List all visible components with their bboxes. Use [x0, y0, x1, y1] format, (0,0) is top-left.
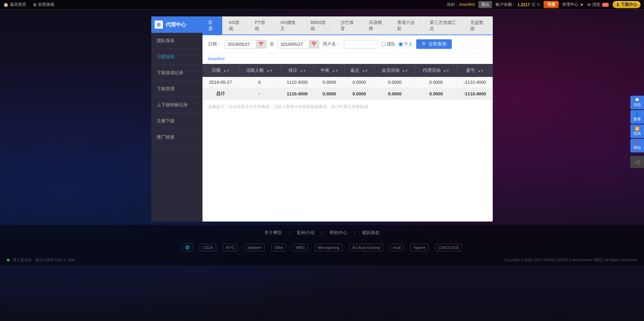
scope-radio-group: 团队 个人	[381, 41, 413, 47]
chevron-down-icon: ▼	[580, 2, 584, 7]
col-active: 活跃人数 ▲▼	[239, 64, 280, 77]
sort-icon-member-activity[interactable]: ▲▼	[402, 69, 408, 72]
cell-rebate: 0.0000	[344, 77, 374, 88]
sidebar-header: ⊞ 代理中心	[151, 16, 202, 33]
recharge-button[interactable]: 充值	[544, 1, 559, 8]
sort-icon-rebate[interactable]: ▲▼	[362, 69, 368, 72]
report-table: 日期 ▲▼ 活跃人数 ▲▼ 投注 ▲▼ 中奖 ▲	[202, 64, 493, 100]
individual-radio[interactable]	[398, 42, 403, 46]
widget-line[interactable]: 📶 线路	[630, 124, 644, 138]
col-bet: 投注 ▲▼	[280, 64, 314, 77]
sort-icon-active[interactable]: ▲▼	[267, 69, 273, 72]
refresh-icon[interactable]: ↻	[537, 2, 540, 7]
col-rebate: 返点 ▲▼	[344, 64, 374, 77]
sort-icon-win[interactable]: ▲▼	[332, 69, 338, 72]
cell-profit-loss: -1110.4000	[457, 77, 493, 88]
widget-message[interactable]: 💬 消息	[630, 96, 644, 109]
footer-link-rules[interactable]: 规则条款	[355, 230, 387, 236]
balance-area: 账户余额： 1.2217 元 ↻	[495, 2, 540, 8]
logo-ag: AG Asia Gaming	[349, 244, 383, 251]
all-games-label: 全部游戏	[38, 2, 54, 8]
date-from-calendar-button[interactable]: 📅	[256, 40, 266, 48]
tab-saba-sports[interactable]: 沙巴体育	[335, 16, 362, 35]
sort-icon-date[interactable]: ▲▼	[223, 69, 229, 72]
home-label: 返回首页	[10, 2, 26, 8]
team-radio-item[interactable]: 团队	[381, 41, 396, 47]
individual-radio-item[interactable]: 个人	[398, 41, 413, 47]
date-to-input[interactable]	[278, 40, 309, 48]
sidebar-item-sub-game-records[interactable]: 下级游戏记录	[151, 65, 202, 81]
team-label: 团队	[387, 41, 396, 47]
sidebar: ⊞ 代理中心 团队报表 日度报表 下级游戏记录 下级管理 上下级转账记录	[151, 16, 202, 222]
total-active: -	[239, 88, 280, 100]
notice-text: 温馨提示：仅保留最近35天的数据；活跃人数每小时获取最新数据，按小时整点更新数据	[202, 100, 493, 114]
widget-help[interactable]: ❓ 帮助	[630, 139, 644, 152]
tab-chess-games[interactable]: 乐游棋牌	[363, 16, 391, 35]
username-filter-input[interactable]	[344, 40, 378, 49]
filter-row: 日期： 📅 至 📅 用户名： 团队	[202, 35, 493, 53]
admin-center-link[interactable]: 管理中心 ▼	[562, 2, 584, 8]
collapse-widgets-button[interactable]: ◁	[630, 156, 644, 168]
download-button[interactable]: ⬇ 下载中心	[613, 1, 641, 8]
sidebar-item-sub-management[interactable]: 下级管理	[151, 81, 202, 97]
tab-deposit-data[interactable]: 充提数据	[464, 16, 492, 35]
sidebar-menu: 团队报表 日度报表 下级游戏记录 下级管理 上下级转账记录 注册下级	[151, 33, 202, 145]
home-icon: 🏠	[3, 2, 9, 7]
table-header: 日期 ▲▼ 活跃人数 ▲▼ 投注 ▲▼ 中奖 ▲	[202, 64, 493, 77]
username-filter-label: 用户名：	[323, 41, 340, 47]
top-nav-left: 🏠 返回首页 ⊞ 全部游戏	[3, 2, 54, 8]
greeting-text: 你好，lixiaofeiz	[447, 2, 475, 8]
tab-third-party[interactable]: 第三方游戏汇总	[424, 16, 464, 35]
sort-icon-profit-loss[interactable]: ▲▼	[477, 69, 484, 72]
individual-label: 个人	[404, 41, 413, 47]
sidebar-item-team-report[interactable]: 团队报表	[151, 33, 202, 49]
tab-bbin-games[interactable]: BBIN游戏	[305, 16, 334, 35]
logout-button[interactable]: 退出	[478, 1, 492, 8]
tab-ag-fishing[interactable]: AG捕鱼王	[275, 16, 304, 35]
message-area[interactable]: ✉ 消息 23	[587, 2, 609, 8]
home-link[interactable]: 🏠 返回首页	[3, 2, 26, 8]
col-profit-loss: 盈亏 ▲▼	[457, 64, 493, 77]
logo-globe: 🌐	[182, 243, 193, 251]
main-content: 彩票 AG游戏 PT游戏 AG捕鱼王 BBIN游戏 沙巴体育 乐游棋牌 香港六合…	[202, 16, 493, 222]
tab-hk-lottery[interactable]: 香港六合彩	[391, 16, 423, 35]
logo-ceza: CEZA	[200, 244, 216, 251]
user-link[interactable]: lixiaofeiz	[208, 56, 225, 61]
sidebar-item-register-sub[interactable]: 注册下级	[151, 113, 202, 129]
tab-lottery[interactable]: 彩票	[202, 16, 222, 35]
total-agent-activity: 0.0000	[416, 88, 457, 100]
col-member-activity: 会员活动 ▲▼	[374, 64, 416, 77]
table-body: 2019-05-27 0 1110.4000 0.0000 0.0000 0.0…	[202, 77, 493, 100]
resolution-text: 最佳分辨率1920 X 1080	[35, 257, 75, 263]
sidebar-item-transfer-records[interactable]: 上下级转账记录	[151, 97, 202, 113]
site-label: 最主要场地	[13, 257, 32, 263]
total-member-activity: 0.0000	[374, 88, 416, 100]
tab-bar: 彩票 AG游戏 PT游戏 AG捕鱼王 BBIN游戏 沙巴体育 乐游棋牌 香港六合…	[202, 16, 493, 35]
date-to-calendar-button[interactable]: 📅	[309, 40, 319, 48]
total-win: 0.0000	[314, 88, 345, 100]
sidebar-title: 代理中心	[166, 22, 186, 28]
total-label: 总计	[202, 88, 239, 100]
footer-link-about[interactable]: 关于摩臣	[257, 230, 289, 236]
total-profit-loss: -1110.4000	[457, 88, 493, 100]
logo-ikyc: IKYC	[223, 244, 238, 251]
sort-icon-bet[interactable]: ▲▼	[300, 69, 306, 72]
tab-ag-games[interactable]: AG游戏	[223, 16, 249, 35]
footer-link-lottery[interactable]: 彩种介绍	[290, 230, 321, 236]
widget-new-user[interactable]: 👤 新客	[630, 110, 644, 124]
sort-icon-agent-activity[interactable]: ▲▼	[443, 69, 449, 72]
date-from-input[interactable]	[225, 40, 256, 48]
tab-pt-games[interactable]: PT游戏	[249, 16, 274, 35]
footer-link-help[interactable]: 帮助中心	[323, 230, 354, 236]
logo-kgame: Kgame	[410, 244, 429, 251]
sidebar-item-promo-link[interactable]: 推广链接	[151, 129, 202, 145]
main-wrapper: ⊞ 代理中心 团队报表 日度报表 下级游戏记录 下级管理 上下级转账记录	[0, 10, 644, 225]
col-agent-activity: 代理活动 ▲▼	[416, 64, 457, 77]
team-radio[interactable]	[381, 42, 386, 46]
all-games-link[interactable]: ⊞ 全部游戏	[33, 2, 54, 8]
status-dot	[7, 259, 10, 262]
date-to-wrap: 📅	[278, 40, 319, 49]
search-button[interactable]: 🔍 立即查询	[416, 39, 452, 49]
message-label: 消息	[592, 2, 600, 8]
sidebar-item-daily-report[interactable]: 日度报表	[151, 49, 202, 65]
